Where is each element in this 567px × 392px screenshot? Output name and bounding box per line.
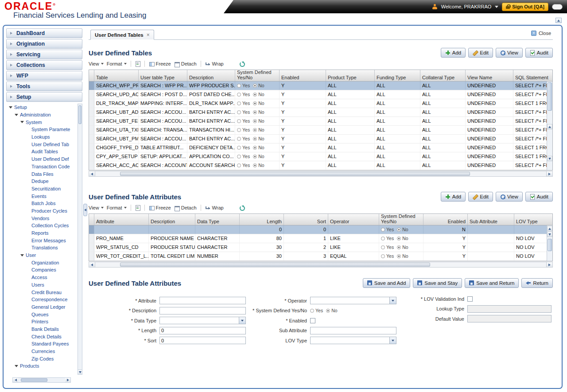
radio-yes[interactable]: Yes <box>237 144 250 152</box>
lov-type-select[interactable] <box>310 337 396 344</box>
column-header[interactable]: Funding Type <box>375 70 420 81</box>
column-header[interactable]: Table <box>94 70 139 81</box>
sidebar-item-origination[interactable]: Origination <box>6 39 82 49</box>
enabled-checkbox[interactable] <box>310 318 315 323</box>
radio-yes[interactable]: Yes <box>237 126 250 134</box>
tree-item-administration[interactable]: Administration <box>6 111 77 119</box>
tab-close-icon[interactable]: × <box>147 32 150 38</box>
sidebar-item-setup[interactable]: Setup <box>6 92 82 102</box>
column-header[interactable]: Collateral Type <box>420 70 466 81</box>
tree-item-general-ledger[interactable]: General Ledger <box>6 303 77 311</box>
sidebar-item-dashboard[interactable]: DashBoard <box>6 28 82 38</box>
tree-vertical-scrollbar[interactable] <box>78 104 82 375</box>
export-icon[interactable] <box>135 61 140 66</box>
sort-input[interactable] <box>159 337 246 344</box>
operator-select[interactable] <box>310 297 396 304</box>
column-header[interactable]: System Defined Yes/No <box>379 214 423 225</box>
save-and-return-button[interactable]: Save and Return <box>465 278 519 288</box>
edit-button[interactable]: Edit <box>468 192 493 202</box>
scroll-right-button[interactable] <box>546 262 552 267</box>
radio-no[interactable]: No <box>253 117 264 125</box>
audit-button[interactable]: Audit <box>525 48 553 58</box>
radio-no[interactable]: No <box>397 252 408 260</box>
view-menu-button[interactable]: View <box>89 205 104 210</box>
view-menu-button[interactable]: View <box>89 61 104 66</box>
save-and-stay-button[interactable]: Save and Stay <box>413 278 462 288</box>
sidebar-item-collections[interactable]: Collections <box>6 60 82 70</box>
column-header[interactable]: User table Type <box>139 70 187 81</box>
freeze-button[interactable]: Freeze <box>149 61 171 66</box>
scroll-left-button[interactable] <box>13 378 18 382</box>
radio-no[interactable]: No <box>397 243 408 252</box>
radio-yes[interactable]: Yes <box>381 234 394 243</box>
tree-item-organization[interactable]: Organization <box>6 259 77 266</box>
radio-yes[interactable]: Yes <box>381 225 394 234</box>
table-row[interactable]: CPY_APP_SETUPSETUP: APPLICAT...APPLICATI… <box>89 152 552 161</box>
column-header[interactable]: Description <box>187 70 235 81</box>
tree-item-transaction-code[interactable]: Transaction Code <box>6 163 77 171</box>
table-row[interactable]: PRO_NAMEPRODUCER NAMECHARACTER801LIKEYes… <box>89 234 552 243</box>
default-value-input[interactable] <box>467 315 551 322</box>
column-header[interactable]: Data Type <box>195 214 240 225</box>
tree-item-user-defined-def[interactable]: User Defined Def <box>6 155 77 163</box>
column-header[interactable]: Sort <box>284 214 328 225</box>
freeze-button[interactable]: Freeze <box>149 205 171 210</box>
refresh-icon[interactable] <box>239 205 245 210</box>
tree-item-dedupe[interactable]: Dedupe <box>6 178 77 185</box>
tree-item-batch-jobs[interactable]: Batch Jobs <box>6 200 77 207</box>
table-row[interactable]: SEARCH_UBT_AD...SEARCH : ACCOU...BATCH E… <box>89 108 552 117</box>
scrollbar-thumb[interactable] <box>548 82 552 111</box>
attribute-input[interactable] <box>159 297 246 304</box>
radio-no[interactable]: No <box>397 225 408 234</box>
scroll-down-button[interactable] <box>78 369 82 374</box>
tree-item-system-paramete[interactable]: System Paramete <box>6 126 77 133</box>
column-header[interactable]: Sub Attribute <box>468 214 514 225</box>
tree-item-currencies[interactable]: Currencies <box>6 348 77 355</box>
close-button[interactable]: × Close <box>531 31 551 36</box>
tree-item-vendors[interactable]: Vendors <box>6 214 77 222</box>
table-row[interactable]: WPR_TOT_CREDIT_L...TOTAL CREDIT LIMITNUM… <box>89 252 552 261</box>
splitter-collapse-button[interactable] <box>83 204 87 216</box>
radio-yes[interactable]: Yes <box>237 90 250 99</box>
add-button[interactable]: Add <box>441 48 466 58</box>
tree-item-queues[interactable]: Queues <box>6 310 77 318</box>
radio-no[interactable]: No <box>253 161 264 170</box>
radio-no[interactable]: No <box>253 126 264 134</box>
scrollbar-thumb[interactable] <box>120 172 470 176</box>
column-header[interactable]: Description <box>149 214 195 225</box>
tree-item-user-defined-tab[interactable]: User Defined Tab <box>6 140 77 148</box>
radio-no[interactable]: No <box>397 234 408 243</box>
tree-item-reports[interactable]: Reports <box>6 229 77 237</box>
tree-item-user[interactable]: User <box>6 252 77 259</box>
column-header[interactable]: System Defined Yes/No <box>235 70 280 81</box>
scroll-up-button[interactable] <box>547 226 552 231</box>
scroll-left-button[interactable] <box>89 171 95 176</box>
radio-no[interactable]: No <box>253 99 264 108</box>
scrollbar-thumb[interactable] <box>78 105 82 124</box>
radio-yes[interactable]: Yes <box>237 161 250 170</box>
radio-no[interactable]: No <box>253 82 264 90</box>
scrollbar-thumb[interactable] <box>21 378 47 382</box>
radio-yes[interactable]: Yes <box>237 152 250 161</box>
column-header[interactable]: Operator <box>328 214 379 225</box>
column-header[interactable]: Attribute <box>94 214 149 225</box>
return-button[interactable]: Return <box>521 278 553 288</box>
tree-item-zip-codes[interactable]: Zip Codes <box>6 355 77 362</box>
format-menu-button[interactable]: Format <box>107 205 127 210</box>
scroll-up-button[interactable] <box>547 124 552 129</box>
radio-yes[interactable]: Yes <box>237 108 250 116</box>
sidebar-item-servicing[interactable]: Servicing <box>6 50 82 59</box>
detach-button[interactable]: Detach <box>174 61 197 66</box>
column-header[interactable]: SQL Statement <box>513 70 553 81</box>
radio-no[interactable]: No <box>253 135 264 143</box>
tree-item-printers[interactable]: Printers <box>6 318 77 326</box>
tree-item-correspondence[interactable]: Correspondence <box>6 296 77 303</box>
tree-item-audit-tables[interactable]: Audit Tables <box>6 148 77 155</box>
scroll-right-button[interactable] <box>65 378 70 382</box>
tree-item-translations[interactable]: Translations <box>6 244 77 252</box>
scroll-right-button[interactable] <box>546 171 552 176</box>
wrap-button[interactable]: Wrap <box>205 61 224 66</box>
add-button[interactable]: Add <box>441 192 466 202</box>
table-row[interactable]: SEARCH_UBT_PM...SEARCH : ACCOU...BATCH E… <box>89 135 552 144</box>
radio-yes[interactable]: Yes <box>237 82 250 90</box>
